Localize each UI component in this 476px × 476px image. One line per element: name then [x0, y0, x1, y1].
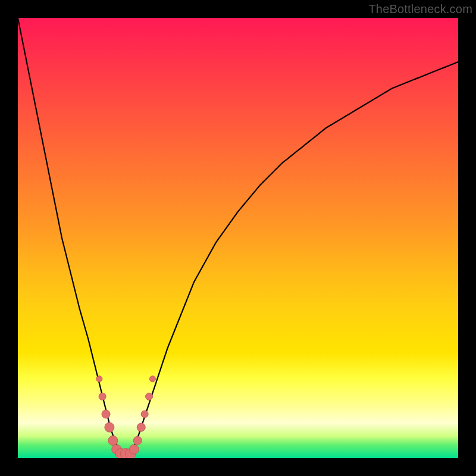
chart-plot-area: [18, 18, 458, 458]
chart-frame: TheBottleneck.com: [0, 0, 476, 476]
curve-marker: [108, 436, 118, 445]
chart-svg: [18, 18, 458, 458]
curve-marker: [133, 436, 142, 444]
curve-marker: [146, 393, 153, 400]
curve-markers: [96, 376, 156, 458]
curve-marker: [105, 422, 114, 432]
bottleneck-curve: [18, 18, 458, 454]
curve-marker: [137, 423, 145, 431]
watermark-text: TheBottleneck.com: [368, 2, 472, 16]
curve-marker: [99, 393, 106, 400]
curve-marker: [149, 376, 155, 382]
curve-marker: [96, 376, 102, 382]
curve-marker: [129, 444, 139, 454]
curve-marker: [102, 410, 110, 418]
curve-marker: [141, 411, 148, 418]
